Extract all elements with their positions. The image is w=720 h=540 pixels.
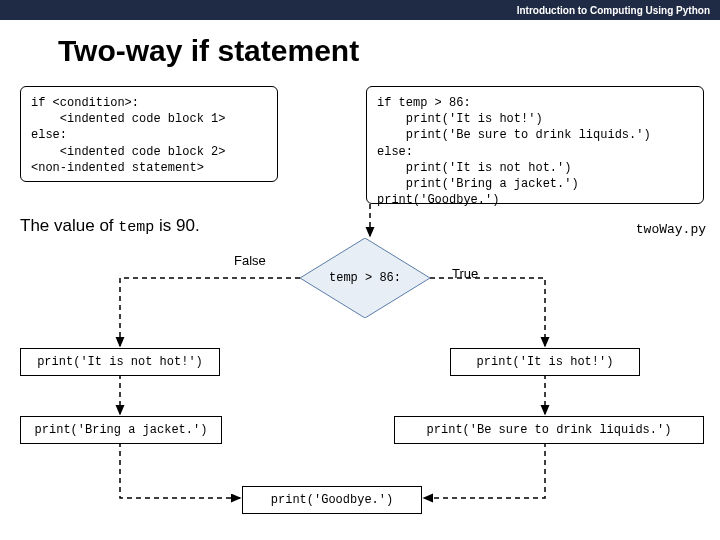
decision-diamond: temp > 86: — [300, 238, 430, 318]
box-goodbye: print('Goodbye.') — [242, 486, 422, 514]
box-hot: print('It is hot!') — [450, 348, 640, 376]
value-var: temp — [118, 219, 154, 236]
filename-label: twoWay.py — [636, 222, 706, 237]
diamond-condition: temp > 86: — [300, 238, 430, 318]
false-label: False — [234, 253, 266, 268]
box-not-hot: print('It is not hot!') — [20, 348, 220, 376]
course-label: Introduction to Computing Using Python — [517, 5, 710, 16]
pseudocode-box: if <condition>: <indented code block 1> … — [20, 86, 278, 182]
value-suffix: is 90. — [154, 216, 199, 235]
true-label: True — [452, 266, 478, 281]
slide-title: Two-way if statement — [0, 20, 720, 78]
example-code-box: if temp > 86: print('It is hot!') print(… — [366, 86, 704, 204]
box-jacket: print('Bring a jacket.') — [20, 416, 222, 444]
header-bar: Introduction to Computing Using Python — [0, 0, 720, 20]
value-statement: The value of temp is 90. — [20, 216, 200, 236]
value-prefix: The value of — [20, 216, 118, 235]
box-liquids: print('Be sure to drink liquids.') — [394, 416, 704, 444]
content-area: if <condition>: <indented code block 1> … — [0, 78, 720, 540]
